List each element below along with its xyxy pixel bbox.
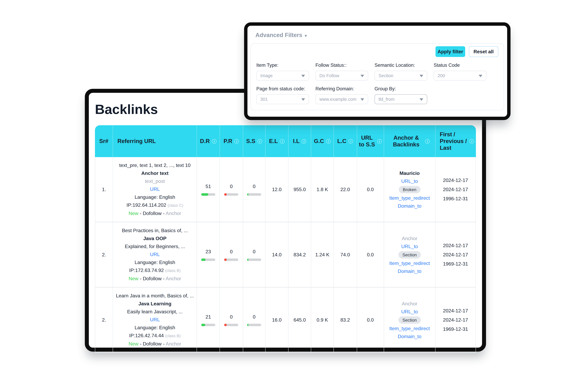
ip-address: IP:172.63.74.92: [129, 268, 164, 273]
pr-cell: 0: [220, 222, 243, 288]
page-from-status-code-select[interactable]: 301: [256, 94, 309, 104]
el-cell: 12.0: [265, 157, 288, 222]
item-type-select[interactable]: Image: [256, 71, 309, 81]
dr-progress-bar: [201, 258, 215, 261]
url-link[interactable]: URL: [150, 252, 160, 257]
referring-url-cell: text_pre, text 1, text 2, ..., text 10 A…: [113, 157, 197, 222]
col-header-ss: S.S: [243, 125, 265, 157]
apply-filter-button[interactable]: Apply filter: [436, 46, 465, 57]
col-header-referring-url: Referring URL: [113, 125, 197, 157]
flag-dofollow: Dofollow: [143, 341, 162, 346]
sr-cell: 2.: [95, 288, 113, 353]
dates-cell: 2024-12-17 2024-12-17 1969-12-31: [435, 288, 476, 353]
anchor-title: Anchor: [386, 235, 433, 241]
info-icon[interactable]: [349, 139, 353, 144]
chevron-down-icon: ▾: [305, 34, 307, 38]
ip-class: (class B): [165, 268, 181, 273]
lc-cell: 74.0: [333, 222, 357, 288]
url-link[interactable]: URL: [150, 187, 160, 192]
item-type-redirect-link[interactable]: Item_type_redirect: [389, 260, 430, 266]
group-by-select[interactable]: tld_from: [375, 94, 427, 104]
el-cell: 16.0: [265, 288, 288, 353]
flag-dofollow: Dofollow: [143, 276, 162, 281]
gc-cell: 0.9 K: [311, 288, 334, 353]
ip-class: (class C): [168, 203, 183, 208]
anchor-backlinks-cell: Anchor URL_to Section Item_type_redirect…: [384, 222, 435, 288]
dr-cell: 23: [197, 222, 219, 288]
info-icon[interactable]: [257, 139, 262, 144]
dr-progress-bar: [201, 324, 215, 326]
col-header-il: I.L: [288, 125, 311, 157]
dates-cell: 2024-12-17 2024-12-17 1969-12-31: [435, 222, 476, 288]
url-to-link[interactable]: URL_to: [401, 244, 418, 249]
el-cell: 14.0: [265, 222, 288, 288]
advanced-filters-panel: Advanced Filters ▾ Apply filter Reset al…: [244, 22, 510, 120]
info-icon[interactable]: [377, 139, 382, 144]
domain-to-link[interactable]: Domain_to: [398, 268, 421, 274]
col-header-el: E.L: [265, 125, 288, 157]
filter-status-code: Status Code 200: [434, 63, 486, 86]
referring-domain-select[interactable]: www.example.com: [315, 94, 368, 104]
filter-page-from-status-code: Page from status code: 301: [256, 86, 309, 110]
url-to-link[interactable]: URL_to: [401, 178, 418, 184]
anchor-title: Mauricio: [386, 170, 433, 176]
reset-all-button[interactable]: Reset all: [469, 46, 498, 57]
status-badge: Section: [399, 316, 421, 324]
ss-cell: 0: [243, 157, 265, 222]
flag-dofollow: Dofollow: [143, 211, 162, 216]
info-icon[interactable]: [469, 139, 474, 144]
url-to-link[interactable]: URL_to: [401, 309, 418, 314]
page: Backlinks Sr# Referring URL D.R P.R S.S …: [0, 0, 588, 381]
info-icon[interactable]: [425, 139, 430, 144]
col-header-url-to-ss: URL to S.S: [357, 125, 384, 157]
info-icon[interactable]: [326, 139, 331, 144]
table-row: 1. text_pre, text 1, text 2, ..., text 1…: [95, 157, 476, 222]
col-header-anchor-backlinks: Anchor & Backlinks: [384, 125, 435, 157]
dr-cell: 51: [197, 157, 219, 222]
il-cell: 834.2: [288, 222, 311, 288]
sr-cell: 1.: [95, 157, 113, 222]
ip-class: (class B): [165, 334, 181, 338]
gc-cell: 1.24 K: [311, 222, 334, 288]
url-to-ss-cell: 0.0: [357, 288, 384, 353]
status-code-select[interactable]: 200: [434, 71, 486, 81]
col-header-first-previous-last: First / Previous / Last: [435, 125, 476, 157]
dr-progress-bar: [201, 193, 215, 195]
filters-box: Apply filter Reset all Item Type: Image …: [251, 43, 504, 110]
col-header-sr: Sr#: [95, 125, 113, 157]
domain-to-link[interactable]: Domain_to: [398, 334, 421, 339]
filter-group-by: Group By: tld_from: [375, 86, 427, 110]
flag-anchor: Anchor: [166, 276, 181, 281]
ss-cell: 0: [243, 222, 265, 288]
info-icon[interactable]: [212, 139, 216, 144]
col-header-lc: L.C: [333, 125, 357, 157]
gc-cell: 1.8 K: [311, 157, 334, 222]
dr-cell: 21: [197, 288, 219, 353]
il-cell: 645.0: [288, 288, 311, 353]
flag-anchor: Anchor: [166, 211, 181, 216]
ip-address: IP:126.42.74.44: [129, 333, 164, 338]
referring-url-cell: Learn Java in a month, Basics of, ... Ja…: [113, 288, 197, 353]
ss-progress-bar: [247, 193, 261, 195]
info-icon[interactable]: [302, 139, 306, 144]
flag-new: New: [129, 341, 138, 346]
ip-address: IP:192.64.114.202: [126, 202, 166, 208]
advanced-filters-toggle[interactable]: Advanced Filters ▾: [255, 32, 504, 39]
url-link[interactable]: URL: [150, 317, 160, 322]
info-icon[interactable]: [234, 139, 239, 144]
ss-progress-bar: [247, 324, 261, 326]
semantic-location-select[interactable]: Section: [375, 71, 427, 81]
filter-referring-domain: Referring Domain: www.example.com: [315, 86, 368, 110]
item-type-redirect-link[interactable]: Item_type_redirect: [389, 326, 430, 331]
status-badge: Section: [399, 251, 421, 258]
anchor-backlinks-cell: Anchor URL_to Section Item_type_redirect…: [384, 288, 435, 353]
table-row: 2. Learn Java in a month, Basics of, ...…: [95, 288, 476, 353]
info-icon[interactable]: [280, 139, 285, 144]
backlinks-panel: Backlinks Sr# Referring URL D.R P.R S.S …: [85, 89, 486, 352]
filter-semantic-location: Semantic Location: Section: [375, 63, 427, 86]
table-row: 2. Best Practices in, Basics of, ... Jav…: [95, 222, 476, 288]
follow-status-select[interactable]: Do Follow: [315, 71, 368, 81]
domain-to-link[interactable]: Domain_to: [398, 203, 421, 209]
item-type-redirect-link[interactable]: Item_type_redirect: [389, 195, 430, 200]
col-header-pr: P.R: [220, 125, 243, 157]
